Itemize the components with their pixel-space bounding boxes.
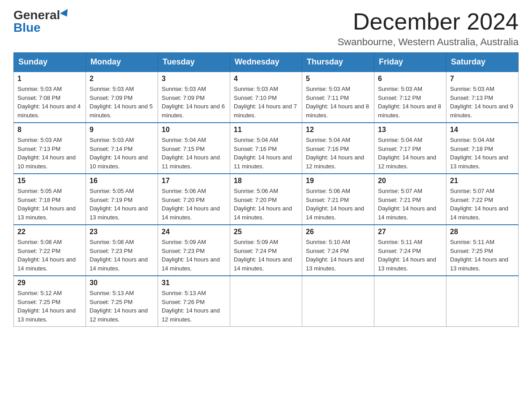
day-info: Sunrise: 5:04 AMSunset: 7:16 PMDaylight:…: [306, 137, 364, 170]
day-number: 28: [450, 228, 515, 236]
day-number: 16: [90, 177, 154, 185]
day-info: Sunrise: 5:03 AMSunset: 7:13 PMDaylight:…: [450, 86, 513, 119]
day-number: 18: [234, 177, 298, 185]
calendar-cell: [230, 276, 302, 327]
calendar-cell: 14 Sunrise: 5:04 AMSunset: 7:18 PMDaylig…: [446, 123, 519, 174]
calendar-cell: 28 Sunrise: 5:11 AMSunset: 7:25 PMDaylig…: [446, 225, 519, 276]
day-number: 13: [378, 126, 442, 134]
calendar-cell: 21 Sunrise: 5:07 AMSunset: 7:22 PMDaylig…: [446, 174, 519, 225]
calendar-cell: 3 Sunrise: 5:03 AMSunset: 7:09 PMDayligh…: [158, 72, 230, 123]
page-header: General Blue December 2024 Swanbourne, W…: [13, 9, 519, 48]
calendar-cell: 10 Sunrise: 5:04 AMSunset: 7:15 PMDaylig…: [158, 123, 230, 174]
day-number: 5: [306, 75, 370, 83]
day-number: 30: [90, 279, 154, 287]
day-number: 12: [306, 126, 370, 134]
day-info: Sunrise: 5:08 AMSunset: 7:22 PMDaylight:…: [17, 239, 76, 272]
day-info: Sunrise: 5:03 AMSunset: 7:09 PMDaylight:…: [90, 86, 153, 119]
day-number: 3: [162, 75, 226, 83]
day-info: Sunrise: 5:03 AMSunset: 7:09 PMDaylight:…: [162, 86, 225, 119]
day-number: 19: [306, 177, 370, 185]
day-info: Sunrise: 5:03 AMSunset: 7:14 PMDaylight:…: [90, 137, 148, 170]
calendar-table: SundayMondayTuesdayWednesdayThursdayFrid…: [13, 52, 519, 327]
day-number: 2: [90, 75, 154, 83]
day-info: Sunrise: 5:03 AMSunset: 7:11 PMDaylight:…: [306, 86, 369, 119]
day-info: Sunrise: 5:12 AMSunset: 7:25 PMDaylight:…: [17, 290, 76, 323]
day-number: 21: [450, 177, 515, 185]
day-number: 27: [378, 228, 442, 236]
day-number: 29: [17, 279, 82, 287]
day-info: Sunrise: 5:04 AMSunset: 7:16 PMDaylight:…: [234, 137, 292, 170]
weekday-header-monday: Monday: [86, 53, 158, 72]
day-info: Sunrise: 5:08 AMSunset: 7:23 PMDaylight:…: [90, 239, 148, 272]
week-row-5: 29 Sunrise: 5:12 AMSunset: 7:25 PMDaylig…: [14, 276, 519, 327]
day-info: Sunrise: 5:06 AMSunset: 7:20 PMDaylight:…: [234, 188, 292, 221]
day-number: 20: [378, 177, 442, 185]
calendar-cell: 13 Sunrise: 5:04 AMSunset: 7:17 PMDaylig…: [374, 123, 446, 174]
day-number: 11: [234, 126, 298, 134]
calendar-cell: 5 Sunrise: 5:03 AMSunset: 7:11 PMDayligh…: [302, 72, 374, 123]
day-info: Sunrise: 5:09 AMSunset: 7:23 PMDaylight:…: [162, 239, 220, 272]
calendar-cell: 15 Sunrise: 5:05 AMSunset: 7:18 PMDaylig…: [14, 174, 86, 225]
calendar-cell: 31 Sunrise: 5:13 AMSunset: 7:26 PMDaylig…: [158, 276, 230, 327]
day-number: 10: [162, 126, 226, 134]
calendar-cell: [446, 276, 519, 327]
calendar-cell: 1 Sunrise: 5:03 AMSunset: 7:08 PMDayligh…: [14, 72, 86, 123]
day-number: 17: [162, 177, 226, 185]
calendar-cell: 30 Sunrise: 5:13 AMSunset: 7:25 PMDaylig…: [86, 276, 158, 327]
calendar-cell: 12 Sunrise: 5:04 AMSunset: 7:16 PMDaylig…: [302, 123, 374, 174]
day-number: 6: [378, 75, 442, 83]
day-number: 25: [234, 228, 298, 236]
calendar-title: December 2024: [338, 9, 519, 34]
day-number: 22: [17, 228, 82, 236]
day-info: Sunrise: 5:03 AMSunset: 7:13 PMDaylight:…: [17, 137, 76, 170]
calendar-cell: [374, 276, 446, 327]
day-number: 14: [450, 126, 515, 134]
calendar-cell: [302, 276, 374, 327]
calendar-cell: 16 Sunrise: 5:05 AMSunset: 7:19 PMDaylig…: [86, 174, 158, 225]
day-info: Sunrise: 5:09 AMSunset: 7:24 PMDaylight:…: [234, 239, 292, 272]
calendar-cell: 7 Sunrise: 5:03 AMSunset: 7:13 PMDayligh…: [446, 72, 519, 123]
calendar-cell: 25 Sunrise: 5:09 AMSunset: 7:24 PMDaylig…: [230, 225, 302, 276]
logo-triangle-icon: [60, 9, 71, 19]
calendar-cell: 20 Sunrise: 5:07 AMSunset: 7:21 PMDaylig…: [374, 174, 446, 225]
calendar-cell: 2 Sunrise: 5:03 AMSunset: 7:09 PMDayligh…: [86, 72, 158, 123]
calendar-cell: 27 Sunrise: 5:11 AMSunset: 7:24 PMDaylig…: [374, 225, 446, 276]
weekday-header-row: SundayMondayTuesdayWednesdayThursdayFrid…: [14, 53, 519, 72]
day-number: 8: [17, 126, 82, 134]
title-block: December 2024 Swanbourne, Western Austra…: [338, 9, 519, 48]
day-info: Sunrise: 5:10 AMSunset: 7:24 PMDaylight:…: [306, 239, 364, 272]
day-number: 7: [450, 75, 515, 83]
day-info: Sunrise: 5:04 AMSunset: 7:17 PMDaylight:…: [378, 137, 436, 170]
day-info: Sunrise: 5:07 AMSunset: 7:21 PMDaylight:…: [378, 188, 436, 221]
calendar-cell: 11 Sunrise: 5:04 AMSunset: 7:16 PMDaylig…: [230, 123, 302, 174]
day-info: Sunrise: 5:03 AMSunset: 7:10 PMDaylight:…: [234, 86, 297, 119]
day-info: Sunrise: 5:11 AMSunset: 7:25 PMDaylight:…: [450, 239, 508, 272]
calendar-cell: 4 Sunrise: 5:03 AMSunset: 7:10 PMDayligh…: [230, 72, 302, 123]
day-info: Sunrise: 5:06 AMSunset: 7:21 PMDaylight:…: [306, 188, 364, 221]
day-number: 26: [306, 228, 370, 236]
day-info: Sunrise: 5:03 AMSunset: 7:12 PMDaylight:…: [378, 86, 441, 119]
week-row-2: 8 Sunrise: 5:03 AMSunset: 7:13 PMDayligh…: [14, 123, 519, 174]
logo: General Blue: [13, 9, 70, 34]
weekday-header-wednesday: Wednesday: [230, 53, 302, 72]
logo-general-text: General: [13, 9, 60, 21]
calendar-cell: 29 Sunrise: 5:12 AMSunset: 7:25 PMDaylig…: [14, 276, 86, 327]
calendar-location: Swanbourne, Western Australia, Australia: [338, 36, 519, 48]
day-info: Sunrise: 5:05 AMSunset: 7:18 PMDaylight:…: [17, 188, 76, 221]
weekday-header-saturday: Saturday: [446, 53, 519, 72]
day-number: 1: [17, 75, 82, 83]
weekday-header-sunday: Sunday: [14, 53, 86, 72]
day-number: 24: [162, 228, 226, 236]
weekday-header-thursday: Thursday: [302, 53, 374, 72]
calendar-cell: 22 Sunrise: 5:08 AMSunset: 7:22 PMDaylig…: [14, 225, 86, 276]
calendar-cell: 8 Sunrise: 5:03 AMSunset: 7:13 PMDayligh…: [14, 123, 86, 174]
calendar-cell: 18 Sunrise: 5:06 AMSunset: 7:20 PMDaylig…: [230, 174, 302, 225]
day-number: 23: [90, 228, 154, 236]
weekday-header-tuesday: Tuesday: [158, 53, 230, 72]
day-number: 9: [90, 126, 154, 134]
calendar-cell: 19 Sunrise: 5:06 AMSunset: 7:21 PMDaylig…: [302, 174, 374, 225]
day-info: Sunrise: 5:04 AMSunset: 7:15 PMDaylight:…: [162, 137, 220, 170]
weekday-header-friday: Friday: [374, 53, 446, 72]
week-row-4: 22 Sunrise: 5:08 AMSunset: 7:22 PMDaylig…: [14, 225, 519, 276]
day-info: Sunrise: 5:11 AMSunset: 7:24 PMDaylight:…: [378, 239, 436, 272]
